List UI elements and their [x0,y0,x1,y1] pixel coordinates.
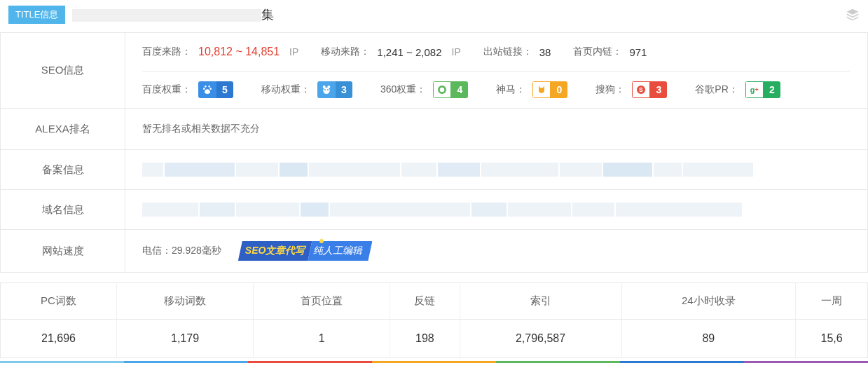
seo-weight-row: 百度权重： 5 移动权重： 3 360权重： [142,71,850,108]
stats-value: 1 [254,320,390,358]
stats-value: 1,179 [116,320,253,358]
google-pr[interactable]: 谷歌PR： g+ 2 [695,81,780,98]
seo-traffic-row: 百度来路： 10,812 ~ 14,851 IP 移动来路： 1,241 ~ 2… [142,33,850,71]
title-badge: TITLE信息 [8,6,65,24]
mobile-source: 移动来路： 1,241 ~ 2,082 IP [321,46,460,58]
bar-segment [248,361,372,363]
s-icon: S [632,81,650,98]
stats-table: PC词数 移动词数 首页位置 反链 索引 24小时收录 一周 21,696 1,… [0,282,868,358]
sogou-weight[interactable]: 搜狗： S 3 [595,81,667,98]
speed-label: 网站速度 [1,230,125,273]
baidu-weight-badge: 5 [198,81,233,98]
stats-header[interactable]: 24小时收录 [621,283,796,320]
promo-left: SEO文章代写 [238,241,312,261]
svg-point-4 [327,89,329,90]
stats-value: 2,796,587 [460,320,621,358]
outbound-links: 出站链接： 38 [483,46,551,58]
google-pr-badge: g+ 2 [745,81,780,98]
bar-segment [744,361,868,363]
page-title: 集 [72,6,274,23]
domain-label: 域名信息 [1,190,125,230]
alexa-label: ALEXA排名 [1,109,125,150]
icp-row: 备案信息 [1,150,868,190]
promo-right: 纯人工编辑 [308,241,372,261]
alexa-text: 暂无排名或相关数据不充分 [142,109,850,149]
bar-segment [124,361,248,363]
sogou-weight-badge: S 3 [632,81,667,98]
mobile-weight[interactable]: 移动权重： 3 [261,81,352,98]
stats-value-row: 21,696 1,179 1 198 2,796,587 89 15,6 [1,320,868,358]
shenma-weight-badge: 0 [532,81,567,98]
layers-icon [846,8,860,22]
speed-value: 电信：29.928毫秒 [142,245,221,257]
bar-segment [496,361,620,363]
stats-header[interactable]: PC词数 [1,283,117,320]
stats-value: 21,696 [1,320,117,358]
header: TITLE信息 集 [0,0,868,32]
seo-row: SEO信息 百度来路： 10,812 ~ 14,851 IP 移动来路： 1,2… [1,33,868,109]
stats-header[interactable]: 移动词数 [116,283,253,320]
promo-dot-icon [319,239,324,243]
stats-header[interactable]: 索引 [460,283,621,320]
domain-row: 域名信息 [1,190,868,230]
internal-links: 首页内链： 971 [573,46,647,58]
stats-value: 198 [390,320,460,358]
speed-row: 网站速度 电信：29.928毫秒 SEO文章代写 纯人工编辑 [1,230,868,273]
mobile-weight-badge: 3 [317,81,352,98]
svg-point-3 [324,89,326,90]
shenma-weight[interactable]: 神马： 0 [496,81,567,98]
stats-header[interactable]: 一周 [796,283,868,320]
cat-icon [532,81,551,98]
svg-text:S: S [639,86,643,93]
paw-icon [198,81,216,98]
bear-icon [317,81,336,98]
seo-label: SEO信息 [1,33,125,109]
bar-segment [0,361,124,363]
stats-value: 15,6 [796,320,868,358]
alexa-row: ALEXA排名 暂无排名或相关数据不充分 [1,109,868,150]
promo-badge[interactable]: SEO文章代写 纯人工编辑 [238,241,373,261]
baidu-source: 百度来路： 10,812 ~ 14,851 IP [142,46,298,58]
svg-point-2 [323,88,329,94]
bottom-color-bars [0,361,868,363]
svg-point-5 [439,86,446,93]
bar-segment [620,361,744,363]
360-weight[interactable]: 360权重： 4 [380,81,468,98]
seo-info-table: SEO信息 百度来路： 10,812 ~ 14,851 IP 移动来路： 1,2… [0,32,868,273]
domain-value-censored [142,190,850,229]
bar-segment [372,361,496,363]
360-weight-badge: 4 [433,81,468,98]
circle-icon [433,81,451,98]
stats-header[interactable]: 反链 [390,283,460,320]
stats-header-row: PC词数 移动词数 首页位置 反链 索引 24小时收录 一周 [1,283,868,320]
header-tools[interactable] [846,8,860,22]
icp-label: 备案信息 [1,150,125,190]
baidu-weight[interactable]: 百度权重： 5 [142,81,233,98]
icp-value-censored [142,150,850,189]
stats-header[interactable]: 首页位置 [254,283,390,320]
stats-value: 89 [621,320,796,358]
g-plus-icon: g+ [745,81,764,98]
